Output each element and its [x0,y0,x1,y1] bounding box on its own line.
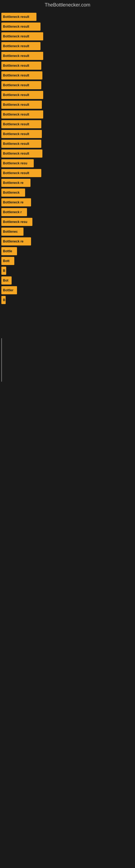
bottleneck-bar-23[interactable]: Bottlenec [1,227,24,236]
bar-label-30: B [3,298,5,302]
bottleneck-bar-26[interactable]: Bott [1,257,14,265]
bottleneck-bar-8[interactable]: Bottleneck result [1,81,41,89]
bar-label-3: Bottleneck result [3,34,29,38]
bar-row: Bottleneck result [0,169,135,177]
bar-label-23: Bottlenec [3,230,18,234]
bars-container: Bottleneck resultBottleneck resultBottle… [0,10,135,308]
bottleneck-bar-5[interactable]: Bottleneck result [1,52,43,60]
bar-label-15: Bottleneck result [3,152,29,155]
bar-row: Bottleneck resu [0,159,135,167]
bottom-area [0,330,135,384]
bottleneck-bar-11[interactable]: Bottleneck result [1,111,43,119]
bar-row: Bottleneck result [0,23,135,31]
bottleneck-bar-10[interactable]: Bottleneck result [1,101,42,109]
bar-row: Bottle [0,247,135,255]
bar-row: Bottleneck result [0,71,135,80]
bar-label-26: Bott [3,259,9,263]
bottleneck-bar-25[interactable]: Bottle [1,247,17,255]
bar-row: Bottleneck result [0,52,135,60]
bar-label-25: Bottle [3,249,12,253]
bottleneck-bar-9[interactable]: Bottleneck result [1,91,43,99]
bar-label-9: Bottleneck result [3,93,29,97]
spacer-large [0,308,135,330]
bottleneck-bar-22[interactable]: Bottleneck resu [1,218,32,226]
bottleneck-bar-4[interactable]: Bottleneck result [1,42,41,50]
bar-label-4: Bottleneck result [3,44,29,48]
bar-label-16: Bottleneck resu [3,161,27,165]
bar-row: Bottleneck result [0,120,135,128]
bar-label-29: Bottler [3,288,13,292]
bar-row: Bottleneck re [0,237,135,246]
bar-label-28: Bot [3,279,8,282]
bottleneck-bar-6[interactable]: Bottleneck result [1,62,41,70]
bar-label-22: Bottleneck resu [3,220,27,224]
bar-row: Bottleneck result [0,32,135,40]
bar-row: Bottleneck result [0,13,135,21]
bar-label-18: Bottleneck re [3,181,24,185]
bar-row: Bottleneck result [0,42,135,50]
bar-row: Bottleneck result [0,81,135,89]
bar-row: Bottleneck [0,188,135,197]
bar-row: Bott [0,257,135,265]
bottleneck-bar-3[interactable]: Bottleneck result [1,32,43,40]
bottleneck-bar-16[interactable]: Bottleneck resu [1,159,34,167]
bar-row: Bottleneck re [0,198,135,207]
bar-label-8: Bottleneck result [3,83,29,87]
site-title: TheBottlenecker.com [0,0,135,10]
bar-label-13: Bottleneck result [3,132,29,136]
bottleneck-bar-20[interactable]: Bottleneck re [1,198,31,207]
bottleneck-bar-24[interactable]: Bottleneck re [1,237,31,246]
bottleneck-bar-27[interactable]: B [1,267,6,275]
bar-label-19: Bottleneck [3,191,19,194]
bar-label-5: Bottleneck result [3,54,29,58]
bottleneck-bar-15[interactable]: Bottleneck result [1,150,42,158]
bar-row: B [0,267,135,275]
bar-label-17: Bottleneck result [3,171,29,175]
bar-label-2: Bottleneck result [3,25,29,29]
bar-row: Bottleneck result [0,140,135,148]
bar-row: Bottleneck result [0,101,135,109]
bar-row: B [0,296,135,304]
bar-row: Bottleneck result [0,111,135,119]
bottleneck-bar-19[interactable]: Bottleneck [1,188,25,197]
bar-label-10: Bottleneck result [3,103,29,106]
bottleneck-bar-18[interactable]: Bottleneck re [1,179,31,187]
bar-label-27: B [3,269,5,273]
bar-row: Bottleneck result [0,130,135,138]
bottleneck-bar-2[interactable]: Bottleneck result [1,23,41,31]
bar-row: Bottleneck result [0,62,135,70]
bar-row: Bottlenec [0,227,135,236]
bar-row: Bot [0,276,135,284]
bottleneck-bar-29[interactable]: Bottler [1,286,17,294]
bar-label-12: Bottleneck result [3,122,29,126]
bottleneck-bar-7[interactable]: Bottleneck result [1,71,42,80]
bar-label-1: Bottleneck result [3,15,29,19]
bottleneck-bar-13[interactable]: Bottleneck result [1,130,42,138]
bottleneck-bar-30[interactable]: B [1,296,6,304]
bottleneck-bar-21[interactable]: Bottleneck r [1,208,27,216]
bar-label-7: Bottleneck result [3,73,29,77]
bar-row: Bottleneck r [0,208,135,216]
bottom-vertical-line [1,338,2,382]
bar-label-6: Bottleneck result [3,64,29,67]
bar-row: Bottler [0,286,135,294]
bottleneck-bar-12[interactable]: Bottleneck result [1,120,41,128]
bar-label-14: Bottleneck result [3,142,29,146]
bar-row: Bottleneck re [0,179,135,187]
bottleneck-bar-17[interactable]: Bottleneck result [1,169,41,177]
bar-label-21: Bottleneck r [3,210,21,214]
bottleneck-bar-14[interactable]: Bottleneck result [1,140,41,148]
bar-label-20: Bottleneck re [3,200,24,204]
bar-row: Bottleneck result [0,150,135,158]
bar-label-24: Bottleneck re [3,240,24,243]
bar-row: Bottleneck resu [0,218,135,226]
bar-label-11: Bottleneck result [3,113,29,116]
bottleneck-bar-1[interactable]: Bottleneck result [1,13,37,21]
bottleneck-bar-28[interactable]: Bot [1,276,12,284]
bar-row: Bottleneck result [0,91,135,99]
